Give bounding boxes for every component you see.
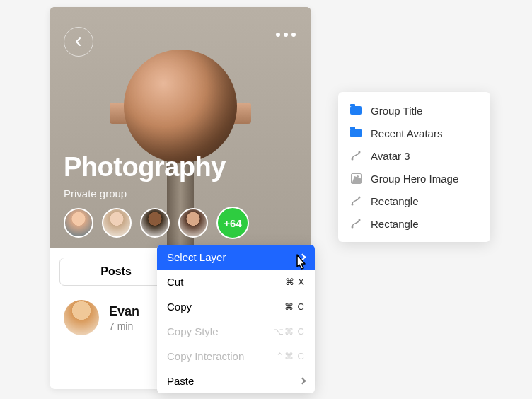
path-icon: [349, 195, 362, 207]
post-author-name: Evan: [109, 304, 139, 319]
post-time: 7 min: [109, 320, 139, 332]
group-subtitle: Private group: [64, 187, 127, 200]
tab-posts[interactable]: Posts: [59, 258, 173, 286]
avatar[interactable]: [102, 208, 132, 238]
layer-item-label: Recent Avatars: [371, 127, 442, 139]
layer-item-rectangle[interactable]: Rectangle: [338, 190, 490, 212]
chevron-right-icon: [299, 378, 306, 385]
menu-item-label: Copy Style: [167, 325, 219, 337]
layer-item-label: Rectangle: [371, 218, 419, 230]
menu-shortcut: ⌥⌘ C: [273, 326, 305, 337]
image-icon: [349, 172, 362, 185]
group-hero: Photography Private group +64: [50, 7, 311, 248]
post-author-avatar[interactable]: [64, 300, 99, 335]
svg-point-0: [352, 158, 354, 161]
menu-item-cut[interactable]: Cut ⌘ X: [157, 270, 315, 294]
back-button[interactable]: [64, 27, 93, 57]
svg-point-2: [352, 204, 354, 206]
svg-point-3: [359, 197, 361, 199]
menu-item-label: Select Layer: [167, 251, 226, 263]
menu-item-paste[interactable]: Paste: [157, 369, 315, 393]
folder-icon: [349, 104, 362, 117]
layer-item-group-title[interactable]: Group Title: [338, 99, 490, 122]
recent-avatars: +64: [64, 207, 249, 239]
menu-shortcut: ⌘ C: [284, 301, 305, 312]
chevron-left-icon: [74, 37, 83, 47]
menu-shortcut: ⌘ X: [285, 277, 305, 287]
layer-item-rectangle[interactable]: Rectangle: [338, 212, 490, 235]
menu-item-label: Paste: [167, 375, 194, 387]
chevron-right-icon: [299, 254, 306, 261]
group-title: Photography: [64, 152, 226, 183]
menu-item-copy[interactable]: Copy ⌘ C: [157, 294, 315, 319]
folder-icon: [349, 127, 362, 139]
more-button[interactable]: [276, 33, 296, 37]
context-menu: Select Layer Cut ⌘ X Copy ⌘ C Copy Style…: [157, 245, 315, 393]
dot-icon: [284, 33, 288, 37]
post-meta: Evan 7 min: [109, 304, 139, 332]
layer-item-recent-avatars[interactable]: Recent Avatars: [338, 122, 490, 144]
menu-item-label: Cut: [167, 276, 183, 288]
layer-item-avatar-3[interactable]: Avatar 3: [338, 144, 490, 167]
layer-item-hero-image[interactable]: Group Hero Image: [338, 167, 490, 190]
layer-item-label: Avatar 3: [371, 150, 410, 162]
path-icon: [349, 217, 362, 230]
menu-item-select-layer[interactable]: Select Layer: [157, 245, 315, 270]
dot-icon: [276, 33, 280, 37]
dot-icon: [291, 33, 296, 37]
hero-tower-ball: [124, 50, 237, 163]
layer-item-label: Rectangle: [371, 195, 419, 207]
avatar-more-count[interactable]: +64: [216, 207, 249, 239]
avatar[interactable]: [178, 208, 208, 238]
menu-item-label: Copy Interaction: [167, 350, 244, 362]
svg-point-1: [359, 151, 361, 154]
avatar[interactable]: [64, 208, 93, 238]
layer-submenu: Group Title Recent Avatars Avatar 3 Grou…: [338, 92, 490, 242]
svg-point-4: [352, 226, 354, 229]
path-icon: [349, 149, 362, 162]
layer-item-label: Group Hero Image: [371, 173, 458, 185]
menu-item-copy-interaction: Copy Interaction ⌃⌘ C: [157, 344, 315, 369]
svg-point-5: [359, 219, 361, 221]
avatar[interactable]: [140, 208, 170, 238]
menu-shortcut: ⌃⌘ C: [276, 351, 305, 362]
menu-item-label: Copy: [167, 301, 192, 313]
layer-item-label: Group Title: [371, 105, 422, 117]
menu-item-copy-style: Copy Style ⌥⌘ C: [157, 319, 315, 344]
